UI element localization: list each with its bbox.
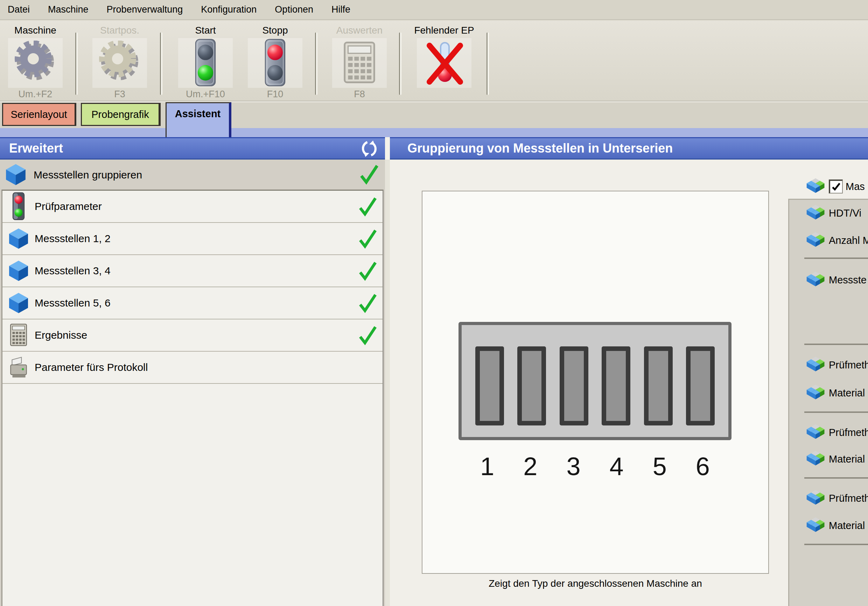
wizard-step-messstellen-3-4[interactable]: Messstellen 3, 4 bbox=[2, 255, 383, 287]
check-icon bbox=[357, 325, 378, 345]
check-icon bbox=[358, 164, 380, 185]
side-item-material-2[interactable]: Material bbox=[806, 449, 865, 469]
menu-konfiguration[interactable]: Konfiguration bbox=[201, 4, 257, 15]
tab-serienlayout[interactable]: Serienlayout bbox=[2, 103, 76, 126]
side-item-hdt-vicat[interactable]: HDT/Vi bbox=[806, 203, 861, 223]
toolbar-separator bbox=[487, 33, 489, 95]
cubes-icon bbox=[806, 205, 826, 222]
side-item-label: Prüfmeth bbox=[829, 427, 868, 439]
toolbar-button-maschine[interactable]: Maschine Um.+F2 bbox=[0, 24, 74, 101]
check-icon bbox=[357, 228, 378, 249]
toolbar-separator bbox=[75, 33, 78, 95]
tab-assistent[interactable]: Assistent bbox=[166, 102, 231, 137]
menu-maschine[interactable]: Maschine bbox=[48, 4, 88, 15]
right-panel-title: Gruppierung von Messstellen in Unterseri… bbox=[408, 141, 673, 156]
wizard-step-pruefparameter[interactable]: Prüfparameter bbox=[2, 191, 383, 223]
side-item-maschinentyp[interactable]: Mas bbox=[806, 177, 865, 196]
menu-optionen[interactable]: Optionen bbox=[275, 4, 313, 15]
traffic-light-start-icon bbox=[192, 39, 219, 87]
cubes-icon bbox=[806, 424, 826, 441]
cubes-icon bbox=[806, 384, 826, 401]
toolbar-button-label: Maschine bbox=[0, 24, 74, 37]
side-item-label: HDT/Vi bbox=[829, 208, 861, 219]
toolbar-button-label: Fehlender EP bbox=[406, 24, 483, 37]
left-panel-header: Erweitert bbox=[0, 137, 385, 160]
toolbar-button-stopp[interactable]: Stopp F10 bbox=[237, 24, 314, 101]
wizard-step-messstellen-5-6[interactable]: Messstellen 5, 6 bbox=[2, 287, 383, 319]
toolbar-separator bbox=[315, 33, 318, 95]
cubes-icon bbox=[806, 178, 826, 195]
station-number-row: 1 2 3 4 5 6 bbox=[459, 452, 732, 481]
toolbar-separator bbox=[160, 33, 163, 95]
wizard-step-parameter-protokoll[interactable]: Parameter fürs Protokoll bbox=[2, 352, 383, 384]
application-window: Datei Maschine Probenverwaltung Konfigur… bbox=[0, 0, 868, 606]
wizard-step-label: Messstellen 5, 6 bbox=[35, 297, 111, 309]
station-number: 3 bbox=[559, 452, 587, 481]
calculator-icon bbox=[341, 41, 378, 85]
check-icon bbox=[357, 293, 378, 313]
panel-divider bbox=[385, 160, 390, 606]
toolbar-button-shortcut bbox=[406, 88, 483, 100]
side-item-anzahl[interactable]: Anzahl M bbox=[806, 231, 868, 250]
station-number: 4 bbox=[602, 452, 631, 481]
cube-icon bbox=[7, 292, 30, 314]
grouping-panel: 1 2 3 4 5 6 Zeigt den Typ der angeschlos… bbox=[390, 160, 868, 606]
separator bbox=[804, 344, 868, 345]
toolbar-button-shortcut: F10 bbox=[237, 88, 314, 100]
side-item-material-1[interactable]: Material bbox=[806, 383, 865, 403]
side-item-pruefmethode-1[interactable]: Prüfmeth bbox=[806, 355, 868, 375]
wizard-step-messstellen-gruppieren[interactable]: Messstellen gruppieren bbox=[0, 161, 385, 189]
tab-probengrafik[interactable]: Probengrafik bbox=[81, 103, 161, 126]
side-item-messstellen[interactable]: Messste bbox=[806, 270, 866, 290]
wizard-step-panel: Messstellen gruppieren Prüfparameter Mes… bbox=[0, 160, 385, 606]
side-item-label: Prüfmeth bbox=[829, 360, 868, 371]
wizard-step-ergebnisse[interactable]: Ergebnisse bbox=[2, 319, 383, 352]
wizard-step-messstellen-1-2[interactable]: Messstellen 1, 2 bbox=[2, 223, 383, 255]
check-icon bbox=[357, 261, 378, 281]
menu-bar: Datei Maschine Probenverwaltung Konfigur… bbox=[0, 0, 868, 20]
separator bbox=[804, 257, 868, 259]
cubes-icon bbox=[806, 271, 826, 288]
toolbar-button-shortcut: F8 bbox=[321, 88, 398, 100]
machine-preview-box: 1 2 3 4 5 6 bbox=[422, 191, 769, 574]
machine-station-slot bbox=[475, 346, 504, 425]
check-icon bbox=[357, 196, 378, 217]
cubes-icon bbox=[806, 490, 826, 507]
wizard-step-list: Prüfparameter Messstellen 1, 2 Messstell… bbox=[2, 190, 384, 606]
side-item-label: Material bbox=[829, 520, 865, 532]
menu-probenverwaltung[interactable]: Probenverwaltung bbox=[107, 4, 183, 15]
menu-datei[interactable]: Datei bbox=[8, 4, 30, 15]
side-item-label: Material bbox=[829, 387, 865, 399]
menu-hilfe[interactable]: Hilfe bbox=[332, 4, 350, 15]
toolbar-button-shortcut: Um.+F10 bbox=[167, 88, 244, 100]
maschinentyp-checkbox[interactable] bbox=[829, 180, 843, 194]
side-item-label: Prüfmeth bbox=[829, 493, 868, 504]
machine-station-slot bbox=[644, 346, 673, 425]
printer-icon bbox=[7, 356, 30, 379]
toolbar-button-fehlender-ep[interactable]: Fehlender EP bbox=[406, 24, 483, 101]
separator bbox=[804, 477, 868, 479]
side-item-pruefmethode-3[interactable]: Prüfmeth bbox=[806, 488, 868, 508]
station-number: 6 bbox=[688, 452, 717, 481]
toolbar-button-start[interactable]: Start Um.+F10 bbox=[167, 24, 244, 101]
missing-ep-icon bbox=[422, 40, 467, 85]
toolbar-button-label: Start bbox=[167, 24, 244, 37]
right-panel-header: Gruppierung von Messstellen in Unterseri… bbox=[390, 137, 868, 160]
side-item-material-3[interactable]: Material bbox=[806, 516, 865, 535]
separator bbox=[804, 411, 868, 413]
machine-station-slot bbox=[560, 346, 588, 425]
refresh-icon[interactable] bbox=[361, 140, 378, 157]
cube-icon bbox=[7, 260, 30, 282]
toolbar: Maschine Um.+F2 Startpos. F3 Start Um.+F… bbox=[0, 21, 868, 101]
wizard-step-label: Messstellen 1, 2 bbox=[35, 232, 111, 245]
station-number: 5 bbox=[645, 452, 674, 481]
toolbar-button-shortcut: F3 bbox=[81, 88, 158, 100]
wizard-step-label: Ergebnisse bbox=[35, 329, 87, 341]
panel-divider bbox=[385, 137, 390, 160]
toolbar-button-shortcut: Um.+F2 bbox=[0, 88, 74, 100]
toolbar-button-label: Stopp bbox=[237, 24, 314, 37]
gear-icon bbox=[13, 40, 58, 85]
cubes-icon bbox=[806, 232, 826, 249]
side-item-pruefmethode-2[interactable]: Prüfmeth bbox=[806, 423, 868, 442]
toolbar-separator bbox=[399, 33, 401, 95]
